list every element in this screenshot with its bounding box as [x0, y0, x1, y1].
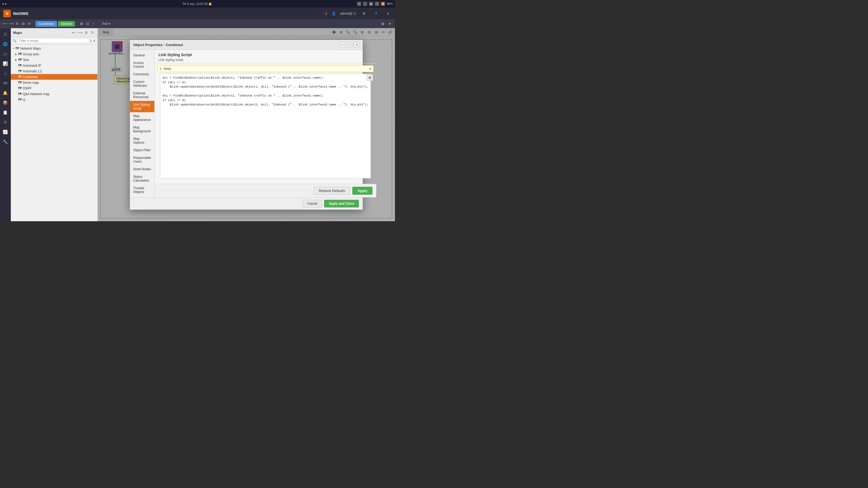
code-editor[interactable]: dci = FindDCIByDescription($link.object1…	[160, 74, 371, 178]
map-icon2[interactable]: ⊡	[84, 21, 90, 27]
tree-item-qa-network-map[interactable]: ▶ 🗺 Q&A Network map	[11, 91, 97, 97]
sidebar-icon-graph[interactable]: 📈	[1, 128, 9, 136]
tree-item-group-auto[interactable]: ▶ 🗺 Group auto	[11, 51, 97, 57]
apply-btn[interactable]: Apply	[352, 187, 372, 195]
sidebar-icon-tool[interactable]: 🔧	[1, 138, 9, 146]
system-bar-center: Pk 6 sep, 14:02.35 🔔	[183, 2, 212, 6]
cancel-btn[interactable]: Cancel	[303, 200, 322, 207]
maps-forward-btn[interactable]: ⟶	[77, 30, 83, 35]
reload-btn[interactable]: ↻	[14, 21, 20, 27]
maps-back-btn[interactable]: ⟵	[71, 30, 76, 35]
nav-map-options[interactable]: Map Options	[130, 135, 154, 147]
nav-map-background[interactable]: Map Background	[130, 124, 154, 135]
tree-label: Automatic L2	[23, 69, 42, 73]
tree-item-automatic-l2[interactable]: ▶ 🗺 Automatic L2	[11, 68, 97, 74]
content-label: Link styling script	[158, 58, 372, 62]
nav-trusted-objects[interactable]: Trusted Objects	[130, 184, 154, 196]
code-line-6: if (dci != 0)	[162, 98, 368, 103]
tree-item-combined[interactable]: ▶ 🗺 Combined	[11, 74, 97, 80]
nav-map-appearance[interactable]: Map Appearance	[130, 112, 154, 124]
nav-seed-nodes[interactable]: Seed Nodes	[130, 165, 154, 173]
apply-close-btn[interactable]: Apply and Close	[324, 200, 359, 207]
dialog-overlay: Object Properties - Combined ─ □ ✕ Gener…	[98, 28, 395, 221]
sidebar-icon-alert[interactable]: ⚠	[1, 69, 9, 77]
hint-expand-btn[interactable]: ▾	[369, 67, 371, 71]
object-properties-dialog: Object Properties - Combined ─ □ ✕ Gener…	[130, 40, 363, 210]
maps-filter-btn[interactable]: ⊟	[84, 30, 89, 35]
restore-defaults-btn[interactable]: Restore Defaults	[314, 187, 350, 195]
dialog-close-btn[interactable]: ✕	[354, 42, 360, 47]
back-btn[interactable]: ⟵	[2, 21, 8, 27]
sidebar-icon-map[interactable]: 🗺	[1, 79, 9, 87]
code-line-3: $link.updateDataSource(GetDCIObject($lin…	[162, 85, 368, 89]
filter-input[interactable]	[18, 38, 89, 43]
tab-bar: ⟵ ⟶ ↻ ⊟ ⟳ Combined Normal ⊞ ⊡ ✕ Poll ▾ ⊞…	[0, 20, 395, 28]
tree-item-ospf[interactable]: ▶ 🗺 OSPF	[11, 86, 97, 91]
dialog-maximize-btn[interactable]: □	[347, 42, 352, 47]
poll-btn[interactable]: Poll ▾	[100, 21, 112, 27]
maps-tree: ▾ 🗺 Network Maps ▶ 🗺 Group auto ▶ 🗺 Test…	[11, 44, 97, 221]
refresh-btn[interactable]: ⟳	[26, 21, 32, 27]
hint-label: Hints	[163, 67, 171, 71]
view-expand-icon[interactable]: ▾	[387, 21, 393, 27]
dialog-minimize-btn[interactable]: ─	[340, 42, 345, 47]
maps-refresh-btn[interactable]: ↻	[90, 30, 95, 35]
tree-item-test[interactable]: ▶ 🗺 Test	[11, 57, 97, 63]
forward-btn[interactable]: ⟶	[8, 21, 14, 27]
map-icon1[interactable]: ⊞	[79, 21, 84, 27]
help-icon[interactable]: ?	[372, 10, 380, 18]
sidebar-icon-bell[interactable]: 🔔	[1, 89, 9, 97]
circle-icon: ◉	[369, 2, 373, 6]
content-header: Link Styling Script Link styling script	[155, 50, 376, 64]
logo-icon: N	[3, 10, 11, 18]
nav-responsible-users[interactable]: Responsible Users	[130, 154, 154, 165]
nav-custom-attributes[interactable]: Custom Attributes	[130, 78, 154, 90]
sidebar-icon-box[interactable]: 📦	[1, 99, 9, 107]
tab-normal[interactable]: Normal	[58, 21, 75, 27]
nav-comments[interactable]: Comments	[130, 70, 154, 78]
sidebar-icon-list[interactable]: 📋	[1, 108, 9, 117]
system-bar-left: ● ●	[2, 2, 6, 5]
view-icon[interactable]: ⊞	[380, 21, 386, 27]
dialog-titlebar: Object Properties - Combined ─ □ ✕	[130, 40, 363, 50]
info-icon[interactable]: ℹ	[384, 10, 392, 18]
dialog-footer: Restore Defaults Apply	[155, 184, 376, 197]
sidebar-icon-chart[interactable]: 📊	[1, 60, 9, 68]
tree-item-network-maps[interactable]: ▾ 🗺 Network Maps	[11, 45, 97, 51]
settings-icon[interactable]: ⚙	[360, 10, 368, 18]
nav-link-styling-script[interactable]: Link Styling Script	[130, 101, 154, 112]
tree-label: OSPF	[23, 87, 32, 90]
system-time: Pk 6 sep, 14:02.35 🔔	[183, 2, 212, 5]
tree-icon: 🗺	[16, 46, 19, 51]
dialog-nav: General Access Control Comments Custom A…	[130, 50, 155, 197]
sidebar-icon-tag[interactable]: 🏷	[1, 50, 9, 58]
nav-status-calculation[interactable]: Status Calculation	[130, 173, 154, 184]
tree-label: Network Maps	[20, 46, 41, 51]
tree-item-automacit-ip[interactable]: ▶ 🗺 Automacit IP	[11, 63, 97, 68]
filter-btn[interactable]: ⊟	[20, 21, 26, 27]
sidebar-icon-home[interactable]: ☰	[1, 30, 9, 38]
tab-combined[interactable]: Combined	[35, 21, 57, 27]
tree-icon: 🗺	[18, 98, 22, 102]
code-copy-btn[interactable]: ⊟	[367, 74, 373, 81]
sidebar-icon-gear[interactable]: ⚙	[1, 118, 9, 126]
tree-item-demo-map[interactable]: ▶ 🗺 Demo map	[11, 80, 97, 86]
sidebar-icon-network[interactable]: 🌐	[1, 40, 9, 48]
nav-external-resources[interactable]: External Resources	[130, 90, 154, 101]
filter-info-icon[interactable]: ℹ	[90, 39, 92, 43]
battery-label: 98%	[387, 2, 393, 5]
filter-clear-icon[interactable]: ✕	[93, 39, 96, 43]
tree-icon: 🗺	[18, 58, 22, 62]
map-close-btn[interactable]: ✕	[90, 21, 96, 27]
nav-object-filter[interactable]: Object Filter	[130, 147, 154, 154]
maps-title: Maps	[13, 31, 22, 35]
notification-icon: N	[357, 2, 361, 6]
code-line-4	[162, 89, 368, 94]
nav-general[interactable]: General	[130, 52, 154, 59]
window-controls[interactable]: ● ●	[2, 2, 6, 5]
tree-item-t1[interactable]: ▶ 🗺 t1	[11, 97, 97, 102]
dialog-content: Link Styling Script Link styling script …	[155, 50, 376, 197]
user-label: admin@::1	[340, 12, 356, 15]
nav-access-control[interactable]: Access Control	[130, 59, 154, 70]
sidebar-icons: ☰ 🌐 🏷 📊 ⚠ 🗺 🔔 📦 📋 ⚙ 📈 🔧	[0, 28, 11, 221]
